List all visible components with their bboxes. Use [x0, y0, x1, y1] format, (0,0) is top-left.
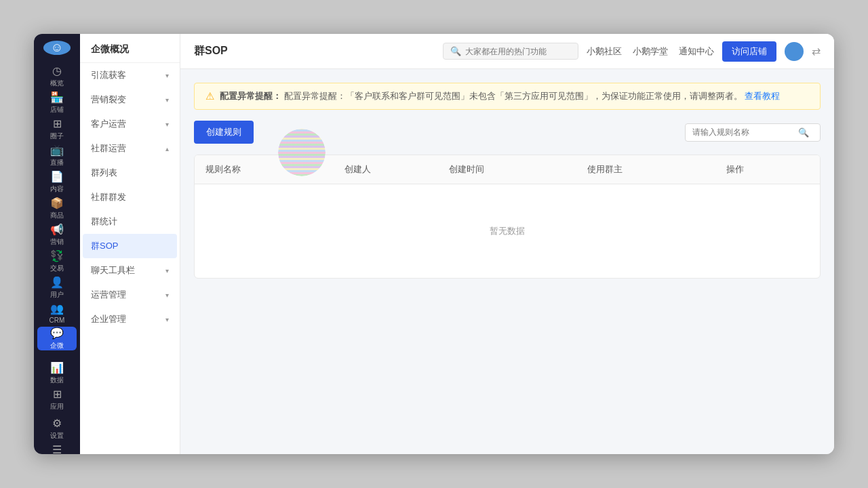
sidebar-item-community[interactable]: ⊞ 圈子: [37, 117, 77, 141]
swap-arrows-icon[interactable]: ⇄: [812, 45, 821, 58]
search-box[interactable]: 🔍: [443, 43, 578, 60]
menu-item-群列表[interactable]: 群列表: [80, 161, 180, 185]
chevron-down-icon: ▾: [165, 267, 169, 274]
menu-header-label: 引流获客: [91, 69, 126, 81]
menu-header-运营管理[interactable]: 运营管理 ▾: [80, 283, 180, 307]
trade-icon: 💱: [50, 249, 64, 262]
sidebar-item-label: 概览: [50, 79, 64, 88]
menu-header-聊天工具栏[interactable]: 聊天工具栏 ▾: [80, 258, 180, 283]
topbar-links: 小鹅社区 小鹅学堂 通知中心: [587, 45, 714, 58]
action-bar: 创建规则 🔍: [194, 121, 821, 144]
menu-item-社群群发[interactable]: 社群群发: [80, 185, 180, 209]
sidebar-item-label: 营销: [50, 237, 64, 247]
sidebar-item-users[interactable]: 👤 用户: [37, 276, 77, 300]
sidebar-item-live[interactable]: 📺 直播: [37, 144, 77, 167]
community-icon: ⊞: [53, 117, 62, 130]
sidebar-item-marketing[interactable]: 📢 营销: [37, 223, 77, 247]
topbar: 群SOP 🔍 小鹅社区 小鹅学堂 通知中心 访问店铺 ⇄: [180, 34, 834, 69]
search-input[interactable]: [465, 47, 567, 56]
topbar-link-小鹅社区[interactable]: 小鹅社区: [587, 45, 622, 58]
settings-icon: ⚙: [52, 417, 62, 430]
table-header: 规则名称 创建人 创建时间 使用群主 操作: [195, 155, 820, 184]
sidebar-icons: ☺ ◷ 概览 🏪 店铺 ⊞ 圈子 📺 直播 📄 内容 📦 商品 📢 营销: [34, 34, 80, 454]
wecom-icon: 💬: [50, 327, 64, 340]
menu-group-营销裂变: 营销裂变 ▾: [80, 87, 180, 112]
sidebar-item-label: CRM: [50, 317, 65, 324]
chevron-down-icon: ▾: [165, 291, 169, 299]
crm-icon: 👥: [50, 302, 64, 315]
menu-group-客户运营: 客户运营 ▾: [80, 112, 180, 136]
data-icon: 📊: [50, 361, 64, 374]
menu-header-label: 营销裂变: [91, 94, 126, 106]
menu-group-引流获客: 引流获客 ▾: [80, 63, 180, 87]
page-title: 群SOP: [194, 44, 228, 58]
overview-icon: ◷: [52, 64, 62, 77]
sidebar-item-overview[interactable]: ◷ 概览: [37, 64, 77, 88]
sidebar-item-label: 数据: [50, 375, 64, 385]
menu-header-引流获客[interactable]: 引流获客 ▾: [80, 63, 180, 87]
sidebar-item-content[interactable]: 📄 内容: [37, 170, 77, 194]
menu-group-运营管理: 运营管理 ▾: [80, 283, 180, 307]
content-area: ⚠ 配置异常提醒： 配置异常提醒：「客户联系和客户群可见范围」未包含「第三方应用…: [180, 69, 834, 454]
menu-header-label: 社群运营: [91, 142, 126, 155]
search-icon: 🔍: [450, 46, 461, 56]
sidebar-item-crm[interactable]: 👥 CRM: [37, 302, 77, 324]
sidebar-item-label: 内容: [50, 184, 64, 194]
store-icon: 🏪: [50, 91, 64, 104]
menu-header-label: 企业管理: [91, 313, 126, 325]
main-content: 群SOP 🔍 小鹅社区 小鹅学堂 通知中心 访问店铺 ⇄ ⚠ 配置异常提醒： 配…: [180, 34, 834, 454]
menu-item-群统计[interactable]: 群统计: [80, 209, 180, 234]
rule-search-box[interactable]: 🔍: [685, 123, 821, 142]
warning-label: 配置异常提醒：: [220, 91, 281, 101]
warning-message: 配置异常提醒：「客户联系和客户群可见范围」未包含「第三方应用可见范围」，为保证功…: [284, 91, 743, 101]
screen: ☺ ◷ 概览 🏪 店铺 ⊞ 圈子 📺 直播 📄 内容 📦 商品 📢 营销: [34, 34, 834, 454]
chevron-up-icon: ▴: [165, 145, 169, 152]
chevron-down-icon: ▾: [165, 96, 169, 104]
avatar[interactable]: [785, 42, 804, 61]
sidebar-item-apps[interactable]: ⊞ 应用: [37, 388, 77, 411]
create-rule-button[interactable]: 创建规则: [194, 121, 254, 144]
rule-search-input[interactable]: [692, 127, 794, 137]
content-icon: 📄: [50, 170, 64, 183]
sidebar-item-data[interactable]: 📊 数据: [37, 361, 77, 385]
sidebar-item-label: 店铺: [50, 105, 64, 115]
warning-banner: ⚠ 配置异常提醒： 配置异常提醒：「客户联系和客户群可见范围」未包含「第三方应用…: [194, 83, 821, 110]
sidebar-menu: 企微概况 引流获客 ▾ 营销裂变 ▾ 客户运营 ▾ 社群运营 ▴ 群列表: [80, 34, 180, 454]
common-icon: ☰: [52, 443, 62, 454]
visit-store-button[interactable]: 访问店铺: [722, 41, 776, 62]
menu-header-企业管理[interactable]: 企业管理 ▾: [80, 307, 180, 331]
sidebar-item-label: 圈子: [50, 131, 64, 141]
sidebar-item-settings[interactable]: ⚙ 设置: [37, 417, 77, 441]
warning-icon: ⚠: [205, 90, 214, 102]
apps-icon: ⊞: [53, 388, 62, 401]
table-empty: 暂无数据: [195, 184, 820, 278]
col-group-owner: 使用群主: [576, 155, 715, 184]
menu-header-label: 聊天工具栏: [91, 264, 135, 277]
menu-header-label: 运营管理: [91, 289, 126, 301]
menu-group-企业管理: 企业管理 ▾: [80, 307, 180, 331]
rule-search-icon: 🔍: [798, 127, 809, 138]
sidebar-item-label: 交易: [50, 264, 64, 273]
live-icon: 📺: [50, 144, 64, 157]
sidebar-item-trade[interactable]: 💱 交易: [37, 249, 77, 273]
topbar-link-通知中心[interactable]: 通知中心: [679, 45, 714, 58]
warning-link[interactable]: 查看教程: [745, 91, 780, 101]
menu-header-label: 客户运营: [91, 118, 126, 130]
col-actions: 操作: [715, 155, 820, 184]
menu-header-营销裂变[interactable]: 营销裂变 ▾: [80, 87, 180, 112]
col-rule-name: 规则名称: [195, 155, 334, 184]
sidebar-item-common[interactable]: ☰ 常用: [37, 443, 77, 454]
sidebar-item-wecom[interactable]: 💬 企微: [37, 327, 77, 350]
goods-icon: 📦: [50, 197, 64, 209]
menu-header-社群运营[interactable]: 社群运营 ▴: [80, 136, 180, 161]
menu-item-群SOP[interactable]: 群SOP: [83, 234, 177, 258]
topbar-link-小鹅学堂[interactable]: 小鹅学堂: [633, 45, 668, 58]
col-creator: 创建人: [334, 155, 438, 184]
menu-header-客户运营[interactable]: 客户运营 ▾: [80, 112, 180, 136]
sidebar-item-goods[interactable]: 📦 商品: [37, 197, 77, 220]
data-table: 规则名称 创建人 创建时间 使用群主 操作 暂无数据: [194, 155, 821, 279]
marketing-icon: 📢: [50, 223, 64, 236]
sidebar-item-store[interactable]: 🏪 店铺: [37, 91, 77, 115]
col-create-time: 创建时间: [438, 155, 577, 184]
chevron-down-icon: ▾: [165, 316, 169, 323]
